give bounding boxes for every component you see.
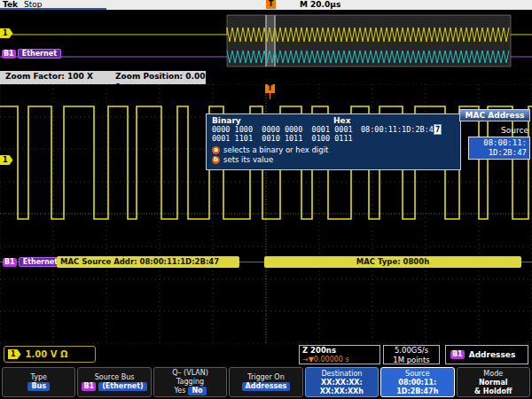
bus1-badge: B1 xyxy=(3,258,17,267)
mac-source-value[interactable]: 08:00:11: 1D:2B:47 xyxy=(468,137,530,160)
popup-hints: a selects a binary or hex digit b sets i… xyxy=(212,145,455,165)
menu-button-trigger-on[interactable]: Trigger On Addresses xyxy=(229,367,302,397)
sample-rate: 5.00GS/s xyxy=(384,346,439,356)
mode-value-line2: & Holdoff xyxy=(474,387,512,395)
acquisition-readout: 5.00GS/s 1M points xyxy=(383,345,440,364)
bus1-trigger-mode: Addresses xyxy=(469,350,516,359)
bus1-name-label: Ethernet xyxy=(18,49,61,59)
trigger-position-readout: →▼0.00000 s xyxy=(302,356,377,364)
decode-box-mac-source: MAC Source Addr: 08:00:11:1D:2B:47 xyxy=(57,256,239,268)
menu-button-destination[interactable]: Destination XX:XX:XX: XX:XX:XXh xyxy=(305,367,379,397)
menu-button-mode[interactable]: Mode Normal & Holdoff xyxy=(457,367,530,397)
source-value-line1: 08:00:11: xyxy=(398,379,436,387)
trigger-on-value: Addresses xyxy=(242,382,291,391)
destination-value-line2: XX:XX:XXh xyxy=(320,387,364,395)
mac-address-panel: MAC Address Source 08:00:11: 1D:2B:47 xyxy=(459,109,530,160)
decode-box-mac-type: MAC Type: 0800h xyxy=(264,256,521,268)
hint-knob-a: a selects a binary or hex digit xyxy=(212,145,455,155)
bus1-badge: B1 xyxy=(2,50,16,59)
channel1-badge: 1 xyxy=(8,349,21,359)
zoom-info-panel: Zoom Factor: 100 X Zoom Position: 0.00 s xyxy=(0,71,206,84)
hex-value: 08:00:11:1D:2B:47 xyxy=(361,125,442,134)
binary-hex-popup: Binary Hex 0000 1000 0000 0000 0001 0001… xyxy=(206,113,461,170)
channel1-scale: 1.00 V Ω xyxy=(26,349,68,359)
menu-button-source-bus[interactable]: Source Bus B1 (Ethernet) xyxy=(77,367,151,397)
bottom-menu-bar: Type Bus Source Bus B1 (Ethernet) Q– (VL… xyxy=(0,365,532,399)
overview-waveform-area: 1 B1 Ethernet xyxy=(0,10,532,71)
binary-value-line2: 0001 1101 0010 1011 0100 0111 xyxy=(212,134,361,143)
destination-value-line1: XX:XX:XX: xyxy=(321,379,363,387)
zoom-info-bar: Zoom Factor: 100 X Zoom Position: 0.00 s xyxy=(0,71,532,84)
trigger-marker-tail xyxy=(270,93,270,99)
vlan-option-yes: Yes xyxy=(174,387,185,395)
menu-button-source-address[interactable]: Source 08:00:11: 1D:2B:47h xyxy=(380,367,454,397)
bus1-marker-group[interactable]: B1 Ethernet xyxy=(2,49,61,59)
source-bus-value: (Ethernet) xyxy=(98,382,147,391)
type-value: Bus xyxy=(27,382,50,391)
bus1-name-label: Ethernet xyxy=(19,257,62,267)
trigger-marker-icon[interactable]: T xyxy=(265,84,275,93)
zoom-factor-readout: Zoom Factor: 100 X xyxy=(5,72,93,81)
bus1-badge: B1 xyxy=(82,382,96,391)
binary-value-line1: 0000 1000 0000 0000 0001 0001 xyxy=(212,125,361,134)
menu-button-type[interactable]: Type Bus xyxy=(2,367,75,397)
vlan-option-no: No xyxy=(188,387,206,395)
status-bar: 1 1.00 V Ω Z 200ns →▼0.00000 s 5.00GS/s … xyxy=(0,344,532,365)
trigger-position-marker-icon[interactable]: T xyxy=(266,0,276,9)
record-length: 1M points xyxy=(384,356,439,365)
hex-selected-digit[interactable]: 7 xyxy=(434,124,442,135)
bus1-trigger-readout[interactable]: B1 Addresses xyxy=(445,345,528,364)
hint-b-text: sets its value xyxy=(223,155,273,165)
overview-waveform-plot xyxy=(0,10,532,71)
mac-panel-title: MAC Address xyxy=(459,109,530,121)
bus-decode-label-group[interactable]: B1 Ethernet xyxy=(3,257,62,267)
channel1-scale-readout[interactable]: 1 1.00 V Ω xyxy=(4,346,96,363)
timebase-readout: M 20.0μs xyxy=(300,0,340,9)
hint-knob-b: b sets its value xyxy=(212,155,455,165)
bus-decode-row: B1 Ethernet MAC Source Addr: 08:00:11:1D… xyxy=(0,255,532,270)
zoomed-waveform-area: T 1 B1 Ethernet MAC Source Addr: 08:00:1… xyxy=(0,84,532,344)
binary-column-label: Binary xyxy=(212,116,333,125)
mac-source-label: Source xyxy=(459,126,528,135)
zoom-timebase-readout[interactable]: Z 200ns →▼0.00000 s xyxy=(299,345,380,364)
hint-a-text: selects a binary or hex digit xyxy=(223,145,328,155)
mode-value-line1: Normal xyxy=(479,379,508,387)
bus1-badge: B1 xyxy=(450,350,465,359)
trigger-position-icon: →▼ xyxy=(302,356,314,364)
knob-b-icon: b xyxy=(212,156,220,164)
zoom-scale: Z 200ns xyxy=(302,346,377,356)
oscilloscope-screen: Tek Stop M 20.0μs T 1 B1 Ethernet Zoom F… xyxy=(0,0,532,399)
source-value-line2: 1D:2B:47h xyxy=(396,387,438,395)
knob-a-icon: a xyxy=(212,146,220,154)
menu-button-vlan-tagging[interactable]: Q– (VLAN) Tagging Yes No xyxy=(153,367,227,397)
